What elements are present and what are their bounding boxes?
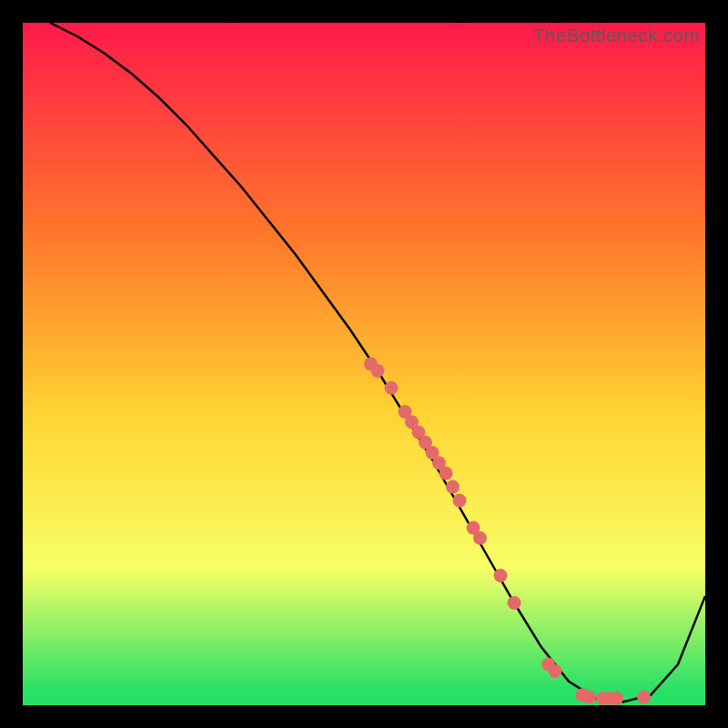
- data-marker: [440, 467, 453, 480]
- data-marker: [549, 664, 562, 678]
- chart-svg: [23, 23, 705, 705]
- data-marker: [494, 569, 508, 582]
- data-marker: [637, 691, 651, 704]
- data-marker: [385, 381, 399, 395]
- data-marker: [582, 691, 596, 704]
- data-marker: [371, 364, 385, 378]
- data-marker: [453, 494, 467, 508]
- data-marker: [473, 531, 487, 545]
- data-marker: [508, 596, 521, 610]
- data-marker: [610, 692, 623, 705]
- watermark-text: TheBottleneck.com: [533, 25, 700, 46]
- chart-frame: TheBottleneck.com: [23, 23, 705, 705]
- data-marker: [446, 480, 460, 494]
